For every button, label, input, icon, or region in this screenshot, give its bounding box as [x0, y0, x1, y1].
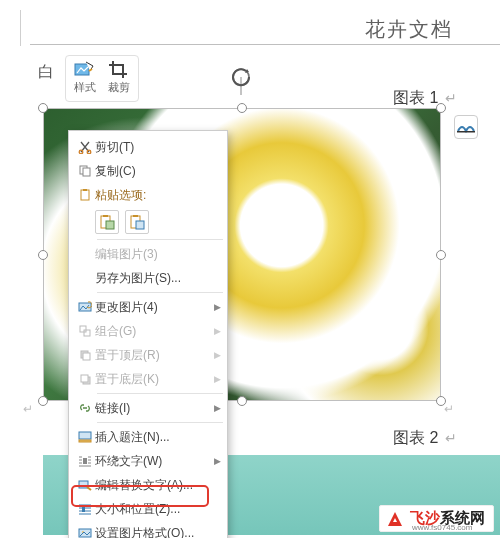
paste-option-2[interactable]: [125, 210, 149, 234]
size-position-icon: [75, 502, 95, 516]
resize-handle-w[interactable]: [38, 250, 48, 260]
menu-insert-caption-label: 插入题注(N)...: [95, 429, 221, 446]
svg-rect-14: [136, 221, 144, 229]
menu-format-picture-label: 设置图片格式(O)...: [95, 525, 221, 539]
layout-options-button[interactable]: [454, 115, 478, 139]
menu-separator: [97, 393, 223, 394]
resize-handle-e[interactable]: [436, 250, 446, 260]
svg-rect-17: [84, 330, 90, 336]
paragraph-mark-right: ↵: [444, 402, 454, 416]
svg-rect-16: [80, 326, 86, 332]
crop-label: 裁剪: [108, 80, 130, 95]
svg-rect-11: [106, 221, 114, 229]
menu-edit-alt-text[interactable]: 编辑替换文字(A)...: [69, 473, 227, 497]
menu-send-back: 置于底层(K) ▶: [69, 367, 227, 391]
menu-save-as-picture[interactable]: 另存为图片(S)...: [69, 266, 227, 290]
menu-size-position-label: 大小和位置(Z)...: [95, 501, 221, 518]
menu-change-picture[interactable]: 更改图片(4) ▶: [69, 295, 227, 319]
menu-edit-alt-text-label: 编辑替换文字(A)...: [95, 477, 221, 494]
paragraph-mark-left: ↵: [23, 402, 33, 416]
rotate-handle[interactable]: [223, 67, 259, 107]
menu-bring-front: 置于顶层(R) ▶: [69, 343, 227, 367]
svg-rect-25: [79, 481, 88, 488]
menu-cut[interactable]: 剪切(T): [69, 135, 227, 159]
menu-edit-picture: 编辑图片(3): [69, 242, 227, 266]
resize-handle-nw[interactable]: [38, 103, 48, 113]
send-back-icon: [75, 372, 95, 386]
caption-2: 图表 2 ↵: [393, 428, 457, 449]
resize-handle-ne[interactable]: [436, 103, 446, 113]
styles-button[interactable]: 样式: [68, 58, 102, 99]
menu-bring-front-label: 置于顶层(R): [95, 347, 213, 364]
resize-handle-s[interactable]: [237, 396, 247, 406]
svg-rect-8: [83, 189, 87, 191]
caption-2-number: 2: [429, 429, 438, 446]
alt-text-icon: [75, 478, 95, 492]
menu-paste-options-header: 粘贴选项:: [69, 183, 227, 207]
menu-change-picture-label: 更改图片(4): [95, 299, 213, 316]
svg-rect-23: [79, 440, 91, 442]
menu-separator: [97, 422, 223, 423]
submenu-arrow-icon: ▶: [213, 326, 221, 336]
svg-rect-24: [83, 458, 87, 464]
menu-separator: [97, 239, 223, 240]
picture-mini-toolbar: 样式 裁剪: [65, 55, 139, 102]
menu-wrap-text-label: 环绕文字(W): [95, 453, 213, 470]
svg-rect-10: [103, 215, 108, 217]
pilcrow-2: ↵: [445, 430, 457, 446]
white-label: 白: [38, 62, 54, 83]
menu-separator: [97, 292, 223, 293]
paste-icon: [75, 188, 95, 202]
change-picture-icon: [75, 300, 95, 314]
caption-2-label: 图表: [393, 429, 425, 446]
menu-group: 组合(G) ▶: [69, 319, 227, 343]
menu-send-back-label: 置于底层(K): [95, 371, 213, 388]
submenu-arrow-icon: ▶: [213, 302, 221, 312]
watermark-logo-icon: [386, 510, 404, 528]
link-icon: [75, 401, 95, 415]
svg-rect-7: [81, 190, 89, 200]
submenu-arrow-icon: ▶: [213, 403, 221, 413]
menu-link[interactable]: 链接(I) ▶: [69, 396, 227, 420]
submenu-arrow-icon: ▶: [213, 374, 221, 384]
svg-rect-15: [79, 303, 91, 311]
paste-options-row: [69, 207, 227, 237]
svg-rect-2: [457, 131, 475, 133]
menu-group-label: 组合(G): [95, 323, 213, 340]
ruler-mark: [20, 10, 21, 46]
styles-label: 样式: [74, 80, 96, 95]
menu-cut-label: 剪切(T): [95, 139, 221, 156]
menu-size-position[interactable]: 大小和位置(Z)...: [69, 497, 227, 521]
svg-rect-26: [82, 506, 85, 512]
bring-front-icon: [75, 348, 95, 362]
resize-handle-sw[interactable]: [38, 396, 48, 406]
submenu-arrow-icon: ▶: [213, 456, 221, 466]
menu-copy[interactable]: 复制(C): [69, 159, 227, 183]
svg-rect-21: [81, 375, 88, 382]
crop-button[interactable]: 裁剪: [102, 58, 136, 99]
menu-edit-picture-label: 编辑图片(3): [95, 246, 221, 263]
resize-handle-n[interactable]: [237, 103, 247, 113]
watermark: 飞沙系统网 www.fs0745.com: [379, 505, 494, 532]
caption-1: 图表 1 ↵: [393, 88, 457, 109]
menu-wrap-text[interactable]: 环绕文字(W) ▶: [69, 449, 227, 473]
crop-icon: [108, 60, 130, 78]
menu-format-picture[interactable]: 设置图片格式(O)...: [69, 521, 227, 538]
wrap-text-icon: [75, 454, 95, 468]
menu-insert-caption[interactable]: 插入题注(N)...: [69, 425, 227, 449]
paste-option-1[interactable]: [95, 210, 119, 234]
pilcrow: ↵: [445, 90, 457, 106]
insert-caption-icon: [75, 430, 95, 444]
svg-rect-19: [83, 353, 90, 360]
format-picture-icon: [75, 526, 95, 538]
svg-rect-6: [83, 168, 90, 176]
menu-paste-options-label: 粘贴选项:: [95, 187, 221, 204]
submenu-arrow-icon: ▶: [213, 350, 221, 360]
watermark-url: www.fs0745.com: [412, 523, 472, 532]
styles-icon: [74, 60, 96, 78]
document-title: 花卉文档: [365, 16, 453, 43]
caption-1-label: 图表: [393, 89, 425, 106]
svg-rect-13: [133, 215, 138, 217]
group-icon: [75, 324, 95, 338]
context-menu: 剪切(T) 复制(C) 粘贴选项: 编辑图片(3) 另存为图片(S)... 更改…: [68, 130, 228, 538]
